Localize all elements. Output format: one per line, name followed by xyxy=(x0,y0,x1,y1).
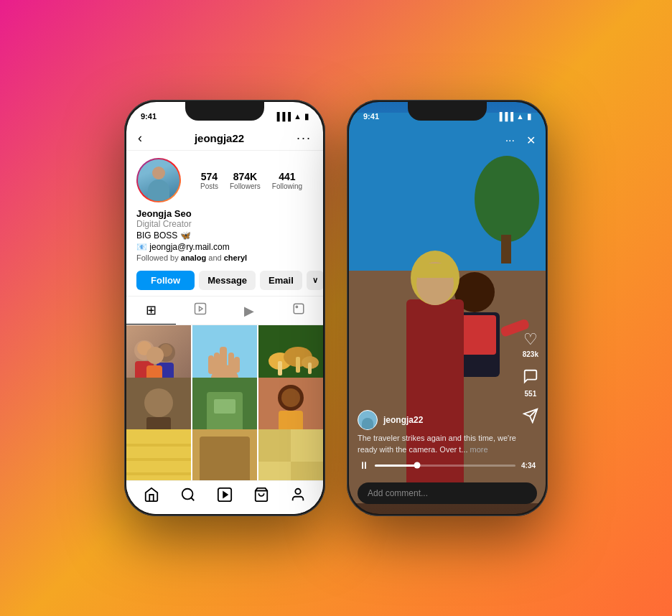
bottom-navigation xyxy=(126,480,323,514)
tagged-icon xyxy=(292,302,305,319)
avatar xyxy=(138,159,179,201)
phone-video: 9:41 ▐▐▐ ▲ ▮ xyxy=(347,100,548,516)
svg-rect-17 xyxy=(228,353,234,373)
svg-rect-39 xyxy=(126,472,191,475)
follow-button[interactable]: Follow xyxy=(136,271,195,290)
bio-full-name: Jeongja Seo xyxy=(136,208,313,219)
more-options-button[interactable]: ··· xyxy=(297,131,312,146)
igtv-icon xyxy=(194,302,207,319)
svg-rect-21 xyxy=(278,361,282,375)
video-username[interactable]: jeongja22 xyxy=(383,415,423,425)
followers-count: 874K xyxy=(233,171,257,182)
profile-bio: Jeongja Seo Digital Creator BIG BOSS 🦋 📧… xyxy=(126,208,323,268)
video-username-row: jeongja22 xyxy=(358,410,537,430)
tab-igtv[interactable] xyxy=(176,297,225,325)
share-icon xyxy=(523,408,538,428)
share-action[interactable] xyxy=(523,408,538,428)
grid-icon: ⊞ xyxy=(146,302,157,318)
message-button[interactable]: Message xyxy=(199,271,256,290)
svg-rect-18 xyxy=(234,357,240,373)
video-top-controls: ··· ✕ xyxy=(349,128,546,153)
video-progress-bar[interactable] xyxy=(375,465,515,467)
email-button[interactable]: Email xyxy=(260,271,302,290)
followers-label: Followers xyxy=(230,182,261,190)
following-count: 441 xyxy=(279,171,295,182)
video-caption: The traveler strikes again and this time… xyxy=(358,433,537,455)
svg-point-35 xyxy=(281,388,300,407)
play-pause-button[interactable]: ⏸ xyxy=(359,459,369,471)
svg-line-47 xyxy=(191,498,194,500)
svg-rect-14 xyxy=(220,347,227,375)
notch xyxy=(185,102,264,121)
comment-input-bar[interactable]: Add comment... xyxy=(358,482,537,504)
video-bottom-info: jeongja22 The traveler strikes again and… xyxy=(349,410,546,482)
like-count: 823k xyxy=(523,350,538,358)
posts-count: 574 xyxy=(201,171,218,182)
video-progress-row: ⏸ 4:34 xyxy=(358,459,537,471)
svg-marker-1 xyxy=(199,307,202,311)
profile-username: jeongja22 xyxy=(195,132,244,144)
tab-reels[interactable]: ▶ xyxy=(225,297,274,325)
profile-header: 574 Posts 874K Followers 441 Following xyxy=(126,151,323,208)
stats-row: 574 Posts 874K Followers 441 Following xyxy=(190,171,313,190)
nav-search[interactable] xyxy=(180,487,196,503)
wifi-icon: ▲ xyxy=(294,112,302,121)
battery-icon-video: ▮ xyxy=(527,112,531,121)
nav-shop[interactable] xyxy=(253,487,269,503)
nav-profile[interactable] xyxy=(290,487,306,503)
svg-rect-45 xyxy=(291,462,323,480)
video-more-button[interactable]: ··· xyxy=(505,134,515,147)
video-side-actions: ♡ 823k 551 xyxy=(523,330,538,428)
profile-nav-bar: ‹ jeongja22 ··· xyxy=(126,128,323,151)
bio-followed-by: Followed by analog and cheryl xyxy=(136,253,313,262)
like-action[interactable]: ♡ 823k xyxy=(523,330,538,358)
stat-followers: 874K Followers xyxy=(230,171,261,190)
grid-image-8 xyxy=(192,429,257,480)
comment-icon xyxy=(523,368,538,388)
caption-more[interactable]: more xyxy=(470,445,488,454)
notch-video xyxy=(408,102,487,121)
nav-home[interactable] xyxy=(144,487,159,503)
svg-rect-2 xyxy=(294,304,304,314)
svg-rect-38 xyxy=(126,458,191,461)
svg-marker-49 xyxy=(223,492,228,497)
photo-grid: ▷ 97K ▷ 441K xyxy=(126,325,323,480)
stat-posts: 574 Posts xyxy=(200,171,218,190)
video-close-button[interactable]: ✕ xyxy=(526,134,536,147)
reels-icon: ▶ xyxy=(244,303,254,319)
svg-rect-37 xyxy=(126,444,191,447)
svg-rect-31 xyxy=(214,399,235,414)
bio-role: Digital Creator xyxy=(136,219,313,229)
svg-point-46 xyxy=(182,489,193,500)
posts-label: Posts xyxy=(200,182,218,190)
comment-count: 551 xyxy=(525,390,537,398)
svg-rect-0 xyxy=(195,304,205,314)
comment-action[interactable]: 551 xyxy=(523,368,538,398)
tab-tagged[interactable] xyxy=(274,297,324,325)
svg-rect-23 xyxy=(296,357,300,373)
video-avatar[interactable] xyxy=(358,410,378,430)
tab-grid[interactable]: ⊞ xyxy=(126,297,176,325)
bio-email: 📧 jeongja@ry.mail.com xyxy=(136,242,313,252)
status-time: 9:41 xyxy=(141,112,157,121)
follower-2[interactable]: cheryl xyxy=(224,253,247,262)
status-icons-video: ▐▐▐ ▲ ▮ xyxy=(497,112,531,121)
video-overlay: ··· ✕ ♡ 823k 551 xyxy=(349,102,546,514)
comment-placeholder: Add comment... xyxy=(368,488,428,498)
battery-icon: ▮ xyxy=(304,112,309,121)
stat-following: 441 Following xyxy=(272,171,302,190)
back-button[interactable]: ‹ xyxy=(138,131,142,146)
heart-icon: ♡ xyxy=(523,330,538,349)
signal-icon: ▐▐▐ xyxy=(274,112,291,121)
svg-point-27 xyxy=(144,388,173,417)
following-label: Following xyxy=(272,182,302,190)
follower-1[interactable]: analog xyxy=(181,253,206,262)
video-progress-fill xyxy=(375,465,417,467)
nav-reels[interactable] xyxy=(217,487,233,503)
more-actions-button[interactable]: ∨ xyxy=(307,271,323,290)
grid-cell-7[interactable] xyxy=(126,429,191,480)
svg-rect-42 xyxy=(200,437,250,480)
grid-cell-8[interactable] xyxy=(192,429,257,480)
svg-rect-15 xyxy=(214,353,220,374)
grid-cell-9[interactable] xyxy=(258,429,323,480)
